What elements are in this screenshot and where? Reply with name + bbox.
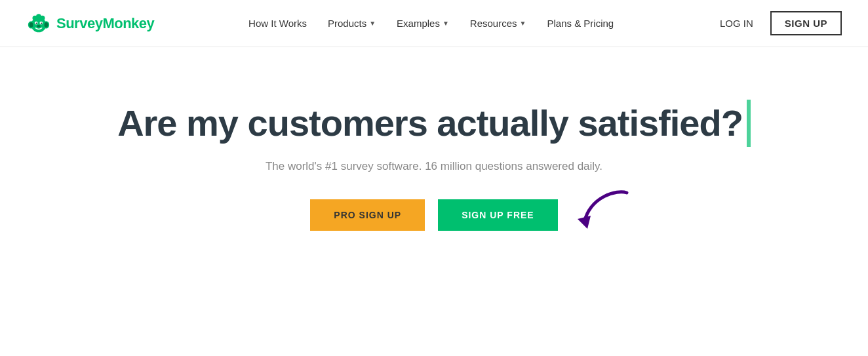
logo-icon bbox=[26, 11, 51, 36]
examples-dropdown-arrow: ▼ bbox=[443, 20, 449, 27]
hero-section: Are my customers actually satisfied? The… bbox=[0, 47, 868, 270]
nav-products[interactable]: Products ▼ bbox=[319, 12, 385, 34]
nav-examples[interactable]: Examples ▼ bbox=[387, 12, 458, 34]
nav-links: How It Works Products ▼ Examples ▼ Resou… bbox=[239, 12, 623, 34]
logo-text: SurveyMonkey bbox=[56, 15, 154, 32]
nav-resources[interactable]: Resources ▼ bbox=[461, 12, 536, 34]
svg-point-7 bbox=[36, 22, 37, 24]
svg-marker-13 bbox=[578, 216, 591, 229]
svg-point-3 bbox=[30, 22, 33, 28]
svg-point-8 bbox=[41, 22, 42, 24]
arrow-icon bbox=[571, 186, 637, 239]
nav-actions: LOG IN SIGN UP bbox=[708, 11, 842, 35]
hero-heading-wrapper: Are my customers actually satisfied? bbox=[117, 100, 751, 147]
svg-point-9 bbox=[37, 24, 41, 27]
signup-button[interactable]: SIGN UP bbox=[770, 11, 842, 35]
svg-point-12 bbox=[40, 15, 45, 20]
hero-buttons: PRO SIGN UP SIGN UP FREE bbox=[310, 199, 557, 231]
login-button[interactable]: LOG IN bbox=[708, 12, 765, 34]
nav-how-it-works[interactable]: How It Works bbox=[239, 12, 316, 34]
free-signup-button[interactable]: SIGN UP FREE bbox=[438, 199, 558, 231]
pro-signup-button[interactable]: PRO SIGN UP bbox=[310, 199, 425, 231]
logo[interactable]: SurveyMonkey bbox=[26, 11, 154, 36]
hero-heading: Are my customers actually satisfied? bbox=[117, 103, 743, 144]
svg-point-4 bbox=[45, 22, 49, 28]
arrow-decoration bbox=[571, 186, 637, 241]
resources-dropdown-arrow: ▼ bbox=[520, 20, 526, 27]
nav-plans-pricing[interactable]: Plans & Pricing bbox=[538, 12, 623, 34]
hero-subtext: The world's #1 survey software. 16 milli… bbox=[266, 160, 602, 173]
heading-accent-bar bbox=[747, 100, 751, 147]
products-dropdown-arrow: ▼ bbox=[369, 20, 376, 27]
navbar: SurveyMonkey How It Works Products ▼ Exa… bbox=[0, 0, 868, 47]
